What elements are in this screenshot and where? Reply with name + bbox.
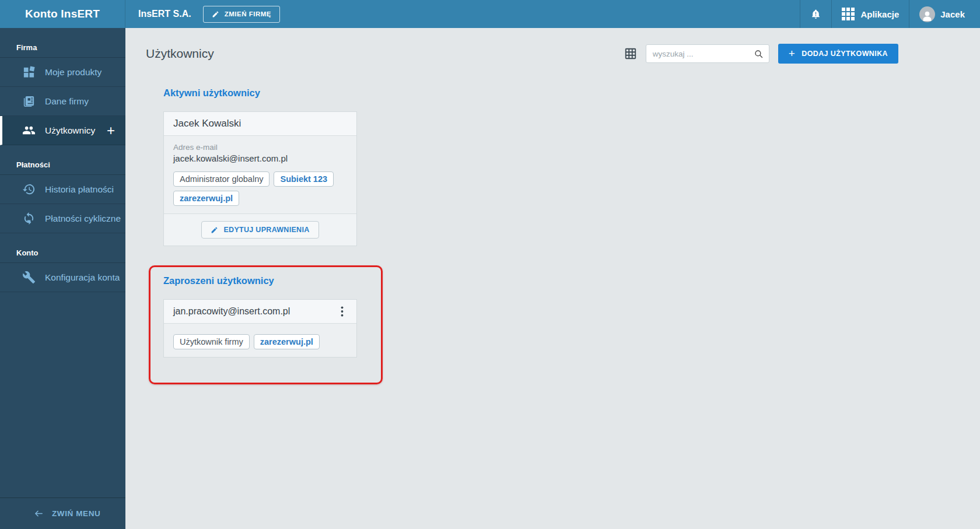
active-user-card-body: Adres e-mail jacek.kowalski@insert.com.p… (164, 136, 356, 213)
sidebar-item-uzytkownicy[interactable]: Użytkownicy + (0, 116, 125, 145)
topbar-right: Aplikacje Jacek (800, 0, 980, 28)
search-icon[interactable] (754, 49, 764, 59)
permission-badges: Administrator globalny Subiekt 123 zarez… (173, 171, 347, 206)
sidebar-section-firma: Firma (0, 28, 125, 58)
badge-uzytkownik-firmy: Użytkownik firmy (173, 334, 250, 349)
collapse-menu-button[interactable]: ZWIŃ MENU (0, 498, 125, 529)
products-icon (22, 65, 36, 79)
invited-user-card: jan.pracowity@insert.com.pl Użytkownik f… (163, 299, 357, 358)
badge-subiekt-123: Subiekt 123 (274, 171, 334, 187)
collapse-menu-label: ZWIŃ MENU (52, 509, 100, 518)
topbar: Konto InsERT InsERT S.A. ZMIEŃ FIRMĘ Apl… (0, 0, 980, 28)
company-data-icon (22, 94, 36, 108)
notifications-button[interactable] (800, 0, 831, 28)
page-title: Użytkownicy (146, 47, 214, 61)
sidebar-item-konfiguracja-konta[interactable]: Konfiguracja konta (0, 263, 125, 292)
invited-user-email: jan.pracowity@insert.com.pl (173, 306, 290, 317)
active-user-card-header: Jacek Kowalski (164, 112, 356, 136)
sidebar-item-dane-firmy[interactable]: Dane firmy (0, 87, 125, 116)
user-full-name: Jacek Kowalski (173, 118, 241, 129)
add-user-button[interactable]: + DODAJ UŻYTKOWNIKA (778, 44, 898, 64)
apps-menu-button[interactable]: Aplikacje (831, 0, 909, 28)
apps-label: Aplikacje (860, 9, 899, 19)
company-name: InsERT S.A. (138, 0, 191, 28)
sidebar-item-label: Historia płatności (45, 184, 114, 195)
add-user-plus-icon[interactable]: + (107, 124, 115, 138)
users-icon (22, 124, 36, 137)
app-logo: Konto InsERT (0, 0, 125, 28)
badge-zarezerwuj-pl: zarezerwuj.pl (173, 191, 239, 206)
invited-user-card-header: jan.pracowity@insert.com.pl (164, 300, 356, 324)
row-menu-button[interactable] (337, 306, 347, 317)
pencil-icon (211, 226, 218, 234)
plus-icon: + (789, 48, 796, 59)
change-company-label: ZMIEŃ FIRMĘ (225, 10, 271, 17)
collapse-arrow-icon (33, 509, 44, 519)
account-config-icon (22, 271, 36, 284)
sidebar-item-label: Moje produkty (45, 67, 102, 78)
avatar-icon (919, 6, 935, 22)
bell-icon (810, 8, 821, 20)
main-header: Użytkownicy + DODAJ UŻYTKOWNIKA (146, 43, 898, 64)
users-content: Aktywni użytkownicy Jacek Kowalski Adres… (163, 87, 357, 358)
sidebar-item-moje-produkty[interactable]: Moje produkty (0, 58, 125, 87)
sidebar-section-konto: Konto (0, 233, 125, 263)
permission-badges: Użytkownik firmy zarezerwuj.pl (173, 334, 347, 349)
change-company-button[interactable]: ZMIEŃ FIRMĘ (203, 6, 280, 23)
table-view-icon[interactable] (624, 47, 637, 60)
badge-administrator-globalny: Administrator globalny (173, 171, 270, 187)
sidebar-section-platnosci: Płatności (0, 145, 125, 175)
recurring-payments-icon (22, 212, 36, 225)
invited-users-heading: Zaproszeni użytkownicy (163, 275, 357, 286)
sidebar-item-label: Płatności cykliczne (45, 213, 121, 224)
invited-user-card-body: Użytkownik firmy zarezerwuj.pl (164, 324, 356, 357)
active-user-card: Jacek Kowalski Adres e-mail jacek.kowals… (163, 111, 357, 246)
history-icon (22, 183, 36, 196)
active-user-card-footer: EDYTUJ UPRAWNIENIA (164, 213, 356, 246)
search-box (646, 44, 769, 63)
sidebar-item-label: Konfiguracja konta (45, 272, 120, 283)
email-value: jacek.kowalski@insert.com.pl (173, 153, 347, 163)
active-users-heading: Aktywni użytkownicy (163, 87, 357, 99)
search-input[interactable] (653, 50, 754, 58)
sidebar-item-label: Dane firmy (45, 96, 89, 107)
sidebar-spacer (0, 292, 125, 498)
edit-permissions-button[interactable]: EDYTUJ UPRAWNIENIA (201, 221, 318, 239)
main-content: Użytkownicy + DODAJ UŻYTKOWNIKA Aktywni … (125, 28, 980, 529)
user-name: Jacek (940, 9, 965, 19)
sidebar: Firma Moje produkty Dane firmy Użyt (0, 28, 125, 529)
badge-zarezerwuj-pl: zarezerwuj.pl (254, 334, 320, 349)
pencil-icon (212, 10, 219, 18)
header-controls: + DODAJ UŻYTKOWNIKA (624, 44, 898, 64)
sidebar-item-historia-platnosci[interactable]: Historia płatności (0, 175, 125, 204)
sidebar-item-label: Użytkownicy (45, 125, 95, 136)
email-label: Adres e-mail (173, 143, 347, 152)
add-user-label: DODAJ UŻYTKOWNIKA (802, 50, 888, 58)
sidebar-item-platnosci-cykliczne[interactable]: Płatności cykliczne (0, 204, 125, 233)
user-menu-button[interactable]: Jacek (909, 0, 980, 28)
edit-permissions-label: EDYTUJ UPRAWNIENIA (223, 226, 309, 234)
apps-grid-icon (842, 8, 855, 20)
